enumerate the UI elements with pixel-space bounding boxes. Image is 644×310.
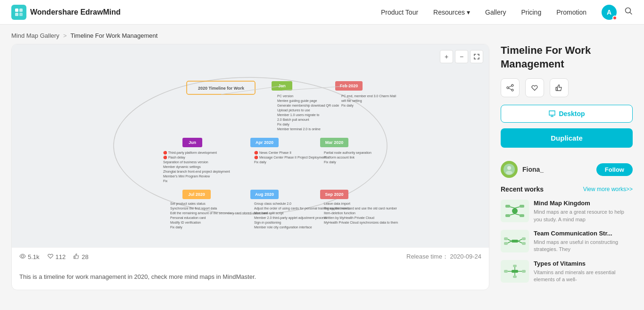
recent-works-header: Recent works View more works>>: [501, 185, 633, 193]
author-info: Fiona_: [501, 161, 544, 178]
svg-text:Merchant split script: Merchant split script: [254, 211, 283, 215]
svg-text:Apr 2020: Apr 2020: [256, 140, 273, 145]
svg-text:Edit the remaining amount of t: Edit the remaining amount of the seconda…: [170, 211, 268, 215]
main-layout: + − 2020 Timeline for Work: [0, 44, 644, 309]
svg-point-68: [22, 255, 24, 257]
svg-rect-99: [512, 270, 518, 273]
svg-text:Separation of business version: Separation of business version: [163, 160, 208, 164]
description: This is a timeline for work management i…: [12, 266, 489, 288]
zoom-in-button[interactable]: +: [440, 50, 453, 63]
svg-text:Upload pictures to use: Upload pictures to use: [277, 109, 310, 112]
svg-rect-89: [520, 214, 524, 217]
search-icon[interactable]: [624, 7, 633, 17]
recent-work-thumbnail: [501, 260, 529, 283]
share-button[interactable]: [501, 78, 520, 97]
svg-text:🔴 Flash delay: 🔴 Flash delay: [163, 155, 185, 159]
view-more-link[interactable]: View more works>>: [583, 186, 633, 193]
recent-work-thumbnail: [501, 200, 529, 222]
follow-button[interactable]: Follow: [596, 163, 633, 176]
svg-point-71: [507, 87, 509, 89]
svg-point-79: [507, 166, 511, 170]
like-button[interactable]: [550, 78, 569, 97]
nav-gallery[interactable]: Gallery: [485, 8, 506, 16]
svg-text:Member 2.0 third-party applet : Member 2.0 third-party applet adjustment…: [254, 216, 327, 220]
svg-rect-88: [505, 214, 510, 217]
svg-text:Modify ID verification: Modify ID verification: [170, 221, 201, 225]
author-name: Fiona_: [522, 166, 544, 173]
svg-point-81: [512, 208, 518, 214]
recent-work-info: Team Communication Str... Mind maps are …: [534, 230, 633, 253]
svg-rect-87: [520, 205, 524, 208]
chevron-down-icon: ▾: [467, 8, 470, 16]
svg-rect-107: [522, 270, 526, 273]
views-count: 5.1k: [28, 253, 40, 260]
release-info: Release time： 2020-09-24: [406, 252, 481, 261]
svg-point-80: [506, 171, 512, 175]
breadcrumb-separator: >: [63, 32, 67, 39]
mindmap-diagram: 2020 Timeline for Work Jan Feb 2020 PC v…: [90, 59, 411, 233]
svg-text:Member 1.0 users migrate to: Member 1.0 users migrate to: [277, 113, 320, 117]
svg-rect-69: [74, 256, 75, 259]
svg-text:Group class schedule 2.0: Group class schedule 2.0: [254, 202, 291, 206]
breadcrumb-current: Timeline For Work Management: [70, 32, 157, 39]
recent-work-title: Mind Map Kingdom: [534, 200, 633, 207]
recent-work-item[interactable]: Types of Vitamins Vitamins and minerals …: [501, 260, 633, 284]
recent-works-title: Recent works: [501, 185, 544, 193]
recent-work-info: Mind Map Kingdom Mind maps are a great r…: [534, 200, 633, 223]
thumbsup-icon: [73, 253, 80, 261]
svg-rect-86: [505, 205, 510, 208]
favorite-button[interactable]: [525, 78, 544, 97]
header-actions: A: [602, 5, 633, 20]
svg-text:2.0 Batch pull amount: 2.0 Batch pull amount: [277, 118, 309, 122]
viewer-stats: 5.1k 112 28: [19, 253, 89, 261]
svg-rect-105: [513, 276, 517, 278]
svg-rect-90: [512, 240, 518, 243]
svg-text:Fix daily: Fix daily: [254, 160, 266, 164]
svg-point-70: [512, 84, 513, 86]
svg-text:Fix daily: Fix daily: [277, 123, 289, 126]
svg-rect-0: [15, 8, 18, 12]
duplicate-button[interactable]: Duplicate: [501, 128, 633, 148]
svg-text:Personal education card: Personal education card: [170, 216, 206, 219]
zoom-out-button[interactable]: −: [455, 50, 468, 63]
user-avatar[interactable]: A: [602, 5, 617, 20]
desktop-button[interactable]: Desktop: [501, 105, 633, 123]
recent-work-desc: Mind maps are useful in constructing str…: [534, 239, 633, 253]
svg-text:MyHealth Private Cloud synchro: MyHealth Private Cloud synchronizes data…: [324, 221, 398, 225]
viewer-panel: + − 2020 Timeline for Work: [11, 44, 489, 290]
logo[interactable]: Wondershare EdrawMind: [11, 5, 121, 20]
header: Wondershare EdrawMind Product Tour Resou…: [0, 0, 644, 25]
svg-text:Member's Mini Program Review: Member's Mini Program Review: [163, 175, 210, 178]
svg-text:Aug 2020: Aug 2020: [255, 192, 274, 197]
heart-icon: [47, 253, 54, 261]
svg-rect-95: [504, 237, 508, 240]
svg-line-73: [509, 86, 512, 87]
svg-text:wifi file setting: wifi file setting: [341, 99, 362, 103]
svg-text:PC version: PC version: [277, 94, 293, 98]
svg-text:Leave data import: Leave data import: [324, 202, 350, 206]
svg-rect-3: [19, 13, 23, 16]
svg-text:Fix daily: Fix daily: [341, 104, 354, 108]
action-icons-row: [501, 78, 633, 97]
svg-rect-98: [522, 242, 526, 245]
fullscreen-button[interactable]: [470, 50, 483, 63]
svg-point-4: [626, 8, 631, 13]
nav-resources[interactable]: Resources ▾: [433, 8, 470, 16]
recent-work-desc: Mind maps are a great resource to help y…: [534, 209, 633, 223]
svg-text:Platform account link: Platform account link: [324, 156, 355, 159]
nav-product-tour[interactable]: Product Tour: [381, 8, 418, 16]
breadcrumb-parent[interactable]: Mind Map Gallery: [11, 32, 59, 39]
author-row: Fiona_ Follow: [501, 157, 633, 182]
svg-line-5: [630, 13, 632, 15]
svg-rect-2: [15, 13, 18, 16]
svg-text:Mar 2020: Mar 2020: [325, 140, 344, 145]
thumbs-stat: 28: [73, 253, 88, 261]
svg-text:Zhongtai branch front-end proj: Zhongtai branch front-end project deploy…: [163, 170, 230, 174]
svg-text:Synchronize the first report d: Synchronize the first report data: [170, 207, 217, 210]
views-stat: 5.1k: [19, 253, 40, 261]
recent-work-item[interactable]: Mind Map Kingdom Mind maps are a great r…: [501, 200, 633, 223]
nav-promotion[interactable]: Promotion: [556, 8, 586, 16]
mindmap-canvas: + − 2020 Timeline for Work: [12, 44, 489, 247]
nav-pricing[interactable]: Pricing: [521, 8, 541, 16]
recent-work-item[interactable]: Team Communication Str... Mind maps are …: [501, 230, 633, 253]
